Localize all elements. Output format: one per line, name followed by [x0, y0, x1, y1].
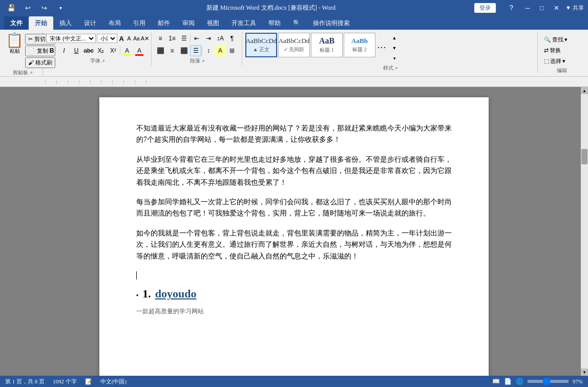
- bold-button[interactable]: B: [46, 45, 57, 56]
- justify-button[interactable]: ☰: [190, 45, 201, 56]
- line-spacing-button[interactable]: ↕: [203, 45, 214, 56]
- strikethrough-button[interactable]: abc: [83, 45, 94, 56]
- font-label: 字体: [90, 57, 100, 64]
- text-highlight-button[interactable]: A: [121, 45, 133, 56]
- redo-button[interactable]: ↪: [37, 1, 51, 15]
- select-button[interactable]: ⬚ 选择▾: [541, 56, 583, 66]
- align-left-button[interactable]: ⬛: [155, 45, 166, 56]
- document-page[interactable]: 不知道最近大家最近有没有收藏一些好用的网站了？若是没有，那就赶紧来瞧瞧今天小编为…: [99, 97, 489, 376]
- tab-view[interactable]: 视图: [201, 16, 225, 30]
- subtext: 一款超高质量的学习网站: [136, 307, 452, 316]
- style-no-spacing[interactable]: AaBbCcDd ✓ 无间距: [278, 33, 310, 57]
- underline-button[interactable]: U: [71, 45, 82, 56]
- font-group: 宋体 (中文正... 小四 A A Aa A✕ B I U abc X₂ X² …: [44, 32, 152, 66]
- styles-scroll-down[interactable]: ▼: [389, 43, 400, 53]
- sort-button[interactable]: ↕A: [215, 33, 226, 44]
- close-button[interactable]: ✕: [549, 1, 563, 15]
- align-right-button[interactable]: ⬛: [178, 45, 190, 56]
- styles-expand-icon[interactable]: ↗: [394, 66, 398, 71]
- zoom-slider[interactable]: [528, 380, 569, 383]
- shading-button[interactable]: A: [215, 45, 226, 56]
- heading1-link[interactable]: doyoudo: [155, 285, 197, 303]
- paragraph-2: 从毕业到至今背着它在三年的时光里也走过好多地放，穿越了很多省份。不管是步行或者骑…: [136, 154, 452, 188]
- page-info: 第 1 页，共 8 页: [5, 378, 45, 385]
- style-normal[interactable]: AaBbCcDd ▲ 正文: [245, 33, 277, 57]
- bullets-button[interactable]: ≡: [155, 33, 166, 44]
- style-more[interactable]: …: [376, 33, 387, 57]
- print-layout-button[interactable]: 📄: [504, 378, 512, 385]
- change-case-button[interactable]: Aa: [133, 33, 140, 44]
- paste-button[interactable]: 📋 粘贴: [5, 33, 24, 55]
- minimize-button[interactable]: ─: [520, 1, 535, 15]
- tab-developer[interactable]: 开发工具: [225, 16, 262, 30]
- superscript-button[interactable]: X²: [108, 45, 119, 56]
- paragraph-1: 不知道最近大家最近有没有收藏一些好用的网站了？若是没有，那就赶紧来瞧瞧今天小编为…: [136, 123, 452, 146]
- styles-expand[interactable]: ▾: [389, 53, 400, 63]
- styles-scroll-up[interactable]: ▲: [389, 33, 400, 43]
- tab-design[interactable]: 设计: [78, 16, 102, 30]
- font-name-select[interactable]: 宋体 (中文正...: [46, 34, 96, 43]
- clipboard-expand-icon[interactable]: ↗: [29, 71, 33, 75]
- window-title: 新建 Microsoft Word 文档.docx [兼容模式] - Word: [68, 4, 474, 12]
- subscript-button[interactable]: X₂: [95, 45, 107, 56]
- undo-button[interactable]: ↩: [20, 1, 35, 15]
- tab-layout[interactable]: 布局: [102, 16, 127, 30]
- tab-mailings[interactable]: 邮件: [152, 16, 176, 30]
- decrease-indent-button[interactable]: ⇤: [191, 33, 202, 44]
- title-bar: 💾 ↩ ↪ ▾ 新建 Microsoft Word 文档.docx [兼容模式]…: [0, 0, 588, 15]
- styles-label: 样式: [383, 64, 393, 72]
- tab-insert[interactable]: 插入: [53, 16, 78, 30]
- grow-font-button[interactable]: A: [118, 33, 125, 44]
- proofing-icon: 📝: [85, 378, 92, 385]
- document-area[interactable]: ▲ ▼ 不知道最近大家最近有没有收藏一些好用的网站了？若是没有，那就赶紧来瞧瞧今…: [0, 87, 588, 376]
- paragraph-4: 如今的我就是一个背包客，背上背包说走就走，背包里装满需要的物品，精简为主，一年计…: [136, 228, 452, 262]
- show-marks-button[interactable]: ¶: [226, 33, 238, 44]
- status-right: 📖 📄 🌐 97%: [492, 378, 583, 385]
- font-expand-icon[interactable]: ↗: [101, 59, 105, 63]
- tab-file[interactable]: 文件: [4, 16, 29, 30]
- scroll-down-button[interactable]: ▼: [581, 369, 588, 376]
- ribbon-tabs: 文件 开始 插入 设计 布局 引用 邮件 审阅 视图 开发工具 帮助 🔍 操作说…: [0, 15, 588, 30]
- ribbon: 📋 粘贴 ✂ 剪切 📄 复制 🖌 格式刷 剪贴板↗ 宋体 (中文正... 小四 …: [0, 30, 588, 77]
- restore-button[interactable]: □: [535, 1, 549, 15]
- paragraph-group: ≡ 1≡ ☰ ⇤ ⇥ ↕A ¶ ⬛ ≡ ⬛ ☰ ↕ A ⊞ 段落↗: [153, 32, 242, 66]
- web-layout-button[interactable]: 🌐: [516, 378, 523, 385]
- tab-tell-me[interactable]: 操作说明搜索: [307, 16, 356, 30]
- italic-button[interactable]: I: [58, 45, 70, 56]
- increase-indent-button[interactable]: ⇥: [203, 33, 214, 44]
- tab-help[interactable]: 帮助: [262, 16, 287, 30]
- replace-button[interactable]: ⇄ 替换: [541, 46, 583, 55]
- font-size-select[interactable]: 小四: [97, 34, 117, 43]
- tab-review[interactable]: 审阅: [176, 16, 201, 30]
- scroll-track[interactable]: [581, 94, 588, 369]
- tab-home[interactable]: 开始: [29, 16, 53, 30]
- customize-qat-button[interactable]: ▾: [53, 1, 68, 15]
- numbering-button[interactable]: 1≡: [166, 33, 178, 44]
- heading1-number: 1.: [142, 285, 151, 303]
- save-button[interactable]: 💾: [4, 1, 18, 15]
- word-count: 1092 个字: [53, 378, 77, 385]
- borders-button[interactable]: ⊞: [226, 45, 238, 56]
- help-button[interactable]: ?: [504, 1, 518, 15]
- scroll-up-button[interactable]: ▲: [581, 87, 588, 94]
- login-button[interactable]: 登录: [474, 3, 496, 13]
- shrink-font-button[interactable]: A: [126, 33, 133, 44]
- style-heading2[interactable]: AaBb 标题 2: [344, 33, 375, 57]
- paragraph-expand-icon[interactable]: ↗: [201, 59, 205, 63]
- style-heading1[interactable]: AaB 标题 1: [311, 33, 343, 57]
- read-mode-button[interactable]: 📖: [492, 378, 500, 385]
- find-button[interactable]: 🔍 查找▾: [541, 35, 583, 45]
- multilevel-list-button[interactable]: ☰: [178, 33, 190, 44]
- find-icon: 🔍: [544, 36, 551, 43]
- tab-search-icon[interactable]: 🔍: [287, 16, 307, 30]
- quick-access: 💾 ↩ ↪ ▾: [4, 1, 68, 15]
- heading1: • 1. doyoudo: [136, 285, 452, 303]
- tab-references[interactable]: 引用: [127, 16, 152, 30]
- scroll-thumb[interactable]: [581, 149, 587, 164]
- clear-formatting-button[interactable]: A✕: [141, 33, 149, 44]
- align-center-button[interactable]: ≡: [166, 45, 178, 56]
- clipboard-group: 📋 粘贴 ✂ 剪切 📄 复制 🖌 格式刷 剪贴板↗: [3, 32, 43, 77]
- font-color-button[interactable]: A: [134, 45, 145, 56]
- vertical-scrollbar[interactable]: ▲ ▼: [581, 87, 588, 376]
- share-button[interactable]: ▼ 共享: [565, 4, 584, 12]
